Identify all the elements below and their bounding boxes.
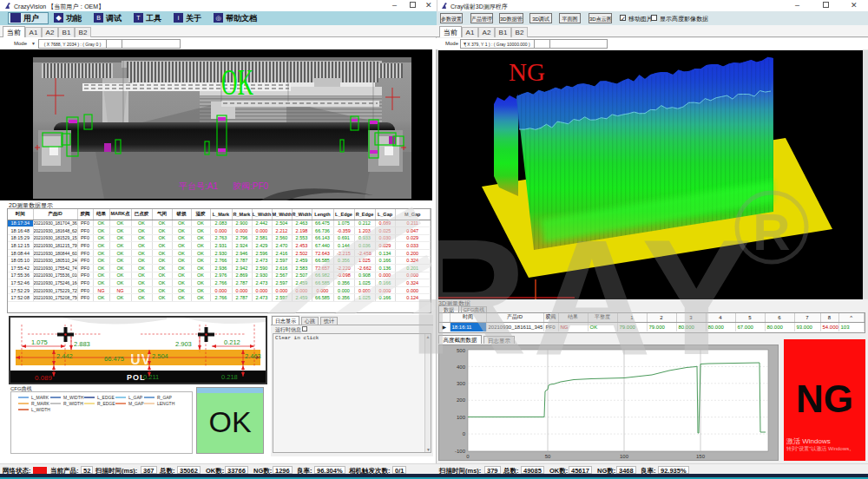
svg-text:400: 400 [457,364,466,370]
svg-text:2.442: 2.442 [56,352,73,360]
svg-text:50: 50 [545,454,551,459]
svg-text:LENGTH: LENGTH [157,401,175,406]
svg-text:0.089: 0.089 [35,374,53,382]
svg-text:NG: NG [509,58,545,86]
svg-text:L_EDGE: L_EDGE [97,395,115,400]
svg-text:500: 500 [457,348,466,353]
svg-text:2.504: 2.504 [152,352,168,360]
svg-text:0.212: 0.212 [224,338,240,346]
svg-text:L_GAP: L_GAP [128,395,143,400]
svg-text:2.883: 2.883 [74,340,90,348]
svg-text:100: 100 [457,415,466,420]
svg-text:2.903: 2.903 [175,340,192,348]
svg-text:0.211: 0.211 [143,373,159,381]
svg-text:2.463: 2.463 [245,352,261,360]
svg-text:R_GAP: R_GAP [157,395,173,400]
svg-text:100: 100 [620,454,629,459]
svg-text:L_MARK: L_MARK [31,395,49,400]
svg-text:1.075: 1.075 [31,338,48,346]
svg-text:平台号:A1: 平台号:A1 [179,181,218,191]
svg-text:0.218: 0.218 [221,373,238,381]
svg-text:R_WIDTH: R_WIDTH [63,401,83,406]
svg-text:M_WIDTH: M_WIDTH [63,395,84,400]
svg-text:66.475: 66.475 [104,355,124,363]
svg-text:-100: -100 [455,449,466,454]
svg-text:UV: UV [130,352,151,367]
svg-text:R_EDGE: R_EDGE [97,401,115,406]
svg-text:300: 300 [457,381,466,386]
svg-text:胶阀:PF0: 胶阀:PF0 [233,181,269,191]
svg-text:200: 200 [457,397,466,403]
svg-text:0: 0 [463,431,466,436]
svg-text:150: 150 [696,454,706,459]
svg-text:R_MARK: R_MARK [31,401,50,406]
svg-text:OK: OK [221,62,253,102]
svg-text:0: 0 [466,454,470,459]
svg-text:M_GAP: M_GAP [128,401,144,406]
svg-text:L_WIDTH: L_WIDTH [31,407,50,412]
